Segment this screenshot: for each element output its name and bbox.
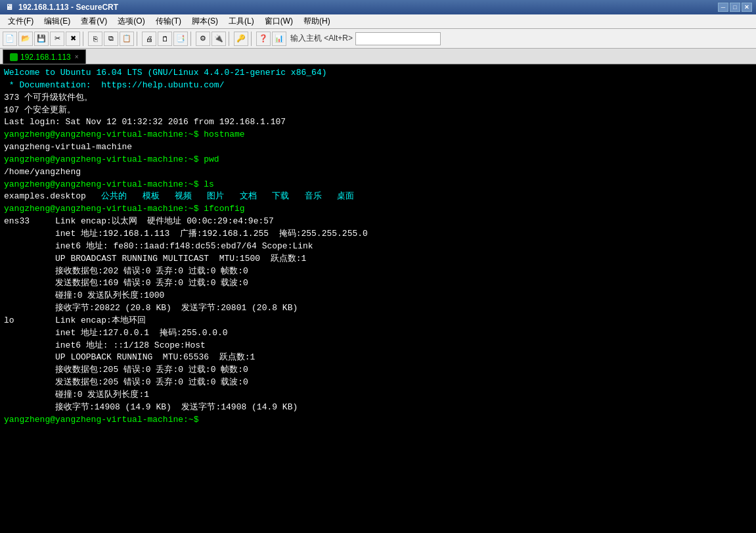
terminal-line: inet6 地址: ::1/128 Scope:Host bbox=[4, 340, 752, 352]
toolbar-print[interactable]: 🖨 bbox=[142, 32, 156, 46]
toolbar-print2[interactable]: 🗒 bbox=[158, 32, 172, 46]
terminal[interactable]: Welcome to Ubuntu 16.04 LTS (GNU/Linux 4… bbox=[0, 64, 756, 533]
window-title: 192.168.1.113 - SecureCRT bbox=[18, 3, 718, 12]
toolbar-monitor[interactable]: 📊 bbox=[272, 32, 286, 46]
terminal-line: 接收字节:14908 (14.9 KB) 发送字节:14908 (14.9 KB… bbox=[4, 402, 752, 414]
toolbar-delete[interactable]: ✖ bbox=[66, 32, 80, 46]
close-button[interactable]: ✕ bbox=[742, 3, 752, 12]
menu-help[interactable]: 帮助(H) bbox=[298, 14, 336, 28]
menu-transfer[interactable]: 传输(T) bbox=[150, 14, 187, 28]
toolbar-open[interactable]: 📂 bbox=[18, 32, 33, 46]
app-icon: 🖥 bbox=[4, 2, 14, 12]
toolbar-settings[interactable]: ⚙ bbox=[196, 32, 210, 46]
menu-view[interactable]: 查看(V) bbox=[76, 14, 112, 28]
terminal-token: 文档 bbox=[224, 191, 256, 201]
tab-session-icon bbox=[10, 53, 18, 61]
menu-file[interactable]: 文件(F) bbox=[3, 14, 39, 28]
toolbar-copy2[interactable]: ⧉ bbox=[104, 32, 118, 46]
toolbar-key[interactable]: 🔑 bbox=[234, 32, 248, 46]
terminal-line: 接收数据包:205 错误:0 丢弃:0 过载:0 帧数:0 bbox=[4, 364, 752, 377]
terminal-line: UP BROADCAST RUNNING MULTICAST MTU:1500 … bbox=[4, 253, 752, 266]
terminal-line: inet 地址:127.0.0.1 掩码:255.0.0.0 bbox=[4, 327, 752, 340]
terminal-line: yangzheng@yangzheng-virtual-machine:~$ bbox=[4, 414, 752, 427]
terminal-line: 碰撞:0 发送队列长度:1000 bbox=[4, 290, 752, 302]
terminal-line: 发送数据包:205 错误:0 丢弃:0 过载:0 载波:0 bbox=[4, 377, 752, 389]
toolbar-new[interactable]: 📄 bbox=[3, 32, 17, 46]
terminal-line: 接收字节:20822 (20.8 KB) 发送字节:20801 (20.8 KB… bbox=[4, 302, 752, 315]
terminal-line: Last login: Sat Nov 12 01:32:32 2016 fro… bbox=[4, 116, 752, 129]
menu-bar: 文件(F) 编辑(E) 查看(V) 选项(O) 传输(T) 脚本(S) 工具(L… bbox=[0, 14, 756, 29]
toolbar-copy3[interactable]: 📋 bbox=[120, 32, 134, 46]
minimize-button[interactable]: ─ bbox=[718, 3, 728, 12]
tab-close-button[interactable]: × bbox=[75, 53, 79, 60]
terminal-line: yangzheng-virtual-machine bbox=[4, 141, 752, 154]
terminal-line: 接收数据包:202 错误:0 丢弃:0 过载:0 帧数:0 bbox=[4, 266, 752, 278]
terminal-line: Welcome to Ubuntu 16.04 LTS (GNU/Linux 4… bbox=[4, 67, 752, 80]
tab-session-label: 192.168.1.113 bbox=[20, 53, 71, 62]
terminal-line: inet 地址:192.168.1.113 广播:192.168.1.255 掩… bbox=[4, 228, 752, 241]
terminal-line: lo Link encap:本地环回 bbox=[4, 315, 752, 327]
terminal-line: examples.desktop 公共的 模板 视频 图片 文档 下载 音乐 桌… bbox=[4, 191, 752, 203]
toolbar-host-input[interactable] bbox=[355, 32, 441, 45]
terminal-line: 107 个安全更新。 bbox=[4, 104, 752, 117]
menu-edit[interactable]: 编辑(E) bbox=[39, 14, 76, 28]
toolbar-host-label: 输入主机 <Alt+R> bbox=[290, 33, 353, 44]
terminal-token: 视频 bbox=[160, 191, 192, 201]
toolbar-sep-3 bbox=[190, 32, 193, 46]
menu-options[interactable]: 选项(O) bbox=[112, 14, 150, 28]
toolbar-sep-2 bbox=[137, 32, 139, 46]
toolbar-cut[interactable]: ✂ bbox=[50, 32, 64, 46]
terminal-line: 373 个可升级软件包。 bbox=[4, 92, 752, 104]
terminal-line: ens33 Link encap:以太网 硬件地址 00:0c:29:e4:9e… bbox=[4, 216, 752, 228]
terminal-line: yangzheng@yangzheng-virtual-machine:~$ i… bbox=[4, 203, 752, 216]
toolbar-sep-5 bbox=[251, 32, 254, 46]
menu-window[interactable]: 窗口(W) bbox=[259, 14, 298, 28]
menu-tools[interactable]: 工具(L) bbox=[223, 14, 259, 28]
toolbar-save[interactable]: 💾 bbox=[34, 32, 49, 46]
terminal-token: examples.desktop bbox=[4, 191, 86, 201]
terminal-token: 模板 bbox=[127, 191, 159, 201]
tab-session[interactable]: 192.168.1.113 × bbox=[3, 49, 86, 64]
terminal-token: 音乐 bbox=[289, 191, 321, 201]
toolbar-copy1[interactable]: ⎘ bbox=[88, 32, 102, 46]
menu-script[interactable]: 脚本(S) bbox=[187, 14, 223, 28]
toolbar-sep-4 bbox=[229, 32, 231, 46]
terminal-line: 发送数据包:169 错误:0 丢弃:0 过载:0 载波:0 bbox=[4, 277, 752, 290]
terminal-token: 图片 bbox=[192, 191, 224, 201]
toolbar: 📄 📂 💾 ✂ ✖ ⎘ ⧉ 📋 🖨 🗒 📑 ⚙ 🔌 🔑 ❓ 📊 输入主机 <Al… bbox=[0, 29, 756, 49]
toolbar-connect[interactable]: 🔌 bbox=[211, 32, 226, 46]
terminal-line: yangzheng@yangzheng-virtual-machine:~$ h… bbox=[4, 129, 752, 141]
terminal-line: yangzheng@yangzheng-virtual-machine:~$ p… bbox=[4, 154, 752, 166]
terminal-token: 桌面 bbox=[322, 191, 354, 201]
toolbar-sep-1 bbox=[83, 32, 85, 46]
terminal-line: * Documentation: https://help.ubuntu.com… bbox=[4, 80, 752, 92]
terminal-token: 下载 bbox=[257, 191, 289, 201]
terminal-line: UP LOOPBACK RUNNING MTU:65536 跃点数:1 bbox=[4, 352, 752, 364]
window-controls: ─ □ ✕ bbox=[718, 3, 752, 12]
toolbar-host-input-area: 输入主机 <Alt+R> bbox=[290, 32, 441, 45]
terminal-line: /home/yangzheng bbox=[4, 166, 752, 179]
toolbar-print3[interactable]: 📑 bbox=[173, 32, 188, 46]
terminal-line: yangzheng@yangzheng-virtual-machine:~$ l… bbox=[4, 179, 752, 191]
terminal-token: 公共的 bbox=[86, 191, 127, 201]
terminal-line: inet6 地址: fe80::1aad:f148:dc55:ebd7/64 S… bbox=[4, 241, 752, 253]
tab-bar: 192.168.1.113 × bbox=[0, 49, 756, 64]
maximize-button[interactable]: □ bbox=[730, 3, 740, 12]
toolbar-help[interactable]: ❓ bbox=[256, 32, 271, 46]
title-bar: 🖥 192.168.1.113 - SecureCRT ─ □ ✕ bbox=[0, 0, 756, 14]
terminal-line: 碰撞:0 发送队列长度:1 bbox=[4, 389, 752, 402]
